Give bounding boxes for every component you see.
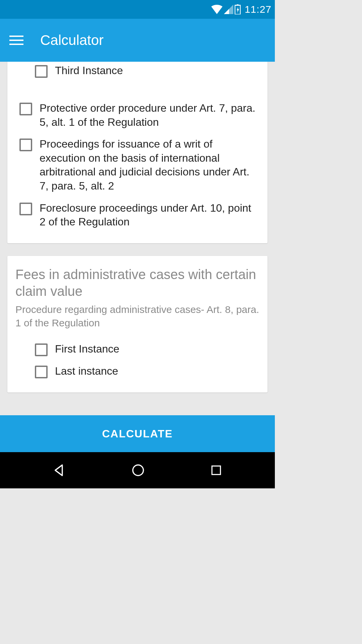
cell-signal-icon	[224, 5, 233, 14]
battery-charging-icon	[235, 4, 241, 14]
svg-rect-1	[237, 4, 238, 5]
back-icon[interactable]	[52, 463, 66, 477]
checkbox-label: First Instance	[55, 342, 119, 356]
status-time: 11:27	[245, 4, 272, 15]
fees-card-admin: Fees in administrative cases with certai…	[7, 256, 267, 392]
section-title: Fees in administrative cases with certai…	[7, 256, 267, 303]
checkbox-icon[interactable]	[19, 103, 32, 115]
section-subtitle: Procedure regarding administrative cases…	[7, 303, 267, 338]
checkbox-row-writ-execution[interactable]: Proceedings for issuance of a writ of ex…	[7, 133, 267, 197]
checkbox-row-foreclosure[interactable]: Foreclosure proceedings under Art. 10, p…	[7, 197, 267, 233]
checkbox-label: Foreclosure proceedings under Art. 10, p…	[40, 201, 259, 229]
app-title: Calculator	[40, 32, 104, 48]
checkbox-icon[interactable]	[35, 343, 48, 356]
android-status-bar: 11:27	[0, 0, 275, 19]
svg-point-2	[133, 465, 143, 476]
svg-rect-3	[212, 466, 220, 474]
android-nav-bar	[0, 452, 275, 488]
checkbox-row-third-instance[interactable]: Third Instance	[7, 62, 267, 82]
content-scroll[interactable]: Appeal Third Instance Protective order p…	[0, 62, 275, 415]
checkbox-icon[interactable]	[19, 139, 32, 151]
fees-card-1: Appeal Third Instance Protective order p…	[7, 62, 267, 243]
checkbox-row-first-instance[interactable]: First Instance	[7, 338, 267, 360]
app-bar: Calculator	[0, 19, 275, 62]
checkbox-icon[interactable]	[35, 65, 48, 78]
status-icons: 11:27	[211, 4, 272, 15]
checkbox-label: Third Instance	[55, 64, 123, 78]
checkbox-icon[interactable]	[19, 203, 32, 215]
wifi-icon	[211, 5, 223, 14]
checkbox-row-protective-order[interactable]: Protective order procedure under Art. 7,…	[7, 97, 267, 133]
checkbox-row-last-instance[interactable]: Last instance	[7, 360, 267, 382]
checkbox-label: Proceedings for issuance of a writ of ex…	[40, 137, 259, 193]
menu-icon[interactable]	[9, 33, 24, 48]
checkbox-label: Protective order procedure under Art. 7,…	[40, 101, 259, 129]
home-icon[interactable]	[131, 463, 145, 477]
checkbox-icon[interactable]	[35, 366, 48, 378]
calculate-button[interactable]: CALCULATE	[0, 415, 275, 452]
recents-icon[interactable]	[210, 464, 223, 477]
checkbox-label: Last instance	[55, 364, 118, 378]
